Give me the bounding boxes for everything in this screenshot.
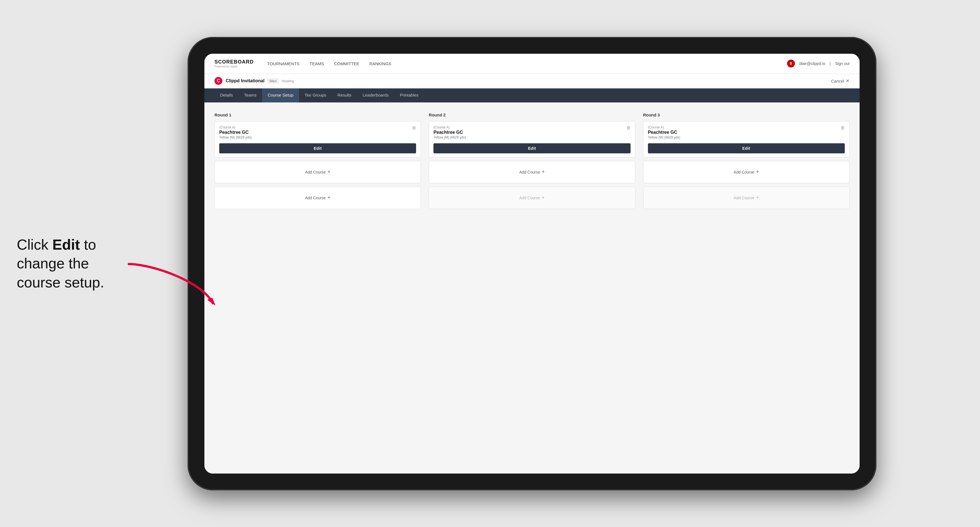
svg-marker-0 <box>207 297 216 305</box>
close-icon: ✕ <box>846 78 850 83</box>
user-avatar: B <box>787 60 795 67</box>
round-3-column: Round 3 🗑 (Course A) Peachtree GC Yellow… <box>643 113 850 213</box>
user-email: blair@clippd.io <box>799 61 825 66</box>
cancel-button[interactable]: Cancel ✕ <box>831 78 850 83</box>
round-2-delete-icon[interactable]: 🗑 <box>625 125 632 131</box>
round-1-add-course-2[interactable]: Add Course + <box>215 187 421 209</box>
tablet-screen: SCOREBOARD Powered by clippd TOURNAMENTS… <box>204 54 860 473</box>
add-icon-1: + <box>327 169 330 175</box>
round-1-course-details: Yellow (M) (6629 yds) <box>219 135 416 140</box>
tablet-device: SCOREBOARD Powered by clippd TOURNAMENTS… <box>188 37 877 490</box>
round-1-delete-icon[interactable]: 🗑 <box>411 125 417 131</box>
round-2-edit-button[interactable]: Edit <box>433 143 630 153</box>
round-3-add-course-text-1: Add Course + <box>733 169 759 175</box>
nav-link-teams[interactable]: TEAMS <box>310 60 324 67</box>
round-3-course-label: (Course A) <box>648 125 845 129</box>
pipe-separator: | <box>830 61 831 66</box>
nav-link-tournaments[interactable]: TOURNAMENTS <box>267 60 300 67</box>
tab-teams[interactable]: Teams <box>239 89 262 102</box>
round-3-course-card: 🗑 (Course A) Peachtree GC Yellow (M) (66… <box>643 121 850 157</box>
round-2-course-name: Peachtree GC <box>433 130 630 135</box>
brand-title: SCOREBOARD <box>215 59 254 65</box>
round-3-delete-icon[interactable]: 🗑 <box>840 125 846 131</box>
round-1-label: Round 1 <box>215 113 421 117</box>
round-2-course-card: 🗑 (Course A) Peachtree GC Yellow (M) (66… <box>429 121 635 157</box>
tab-results[interactable]: Results <box>332 89 357 102</box>
instruction-bold: Edit <box>52 236 80 252</box>
add-icon-3: + <box>542 169 545 175</box>
tournament-name: Clippd Invitational <box>226 78 265 83</box>
rounds-grid: Round 1 🗑 (Course A) Peachtree GC Yellow… <box>215 113 850 213</box>
add-icon-2: + <box>327 195 330 201</box>
round-1-course-card: 🗑 (Course A) Peachtree GC Yellow (M) (66… <box>215 121 421 157</box>
round-1-add-course-1[interactable]: Add Course + <box>215 161 421 183</box>
nav-link-committee[interactable]: COMMITTEE <box>334 60 359 67</box>
tab-bar: Details Teams Course Setup Tee Groups Re… <box>204 89 860 102</box>
round-2-add-course-2: Add Course + <box>429 187 635 209</box>
tournament-logo: C <box>215 77 222 85</box>
round-2-course-details: Yellow (M) (6629 yds) <box>433 135 630 140</box>
round-3-course-name: Peachtree GC <box>648 130 845 135</box>
round-2-add-course-text-2: Add Course + <box>519 195 545 201</box>
round-3-label: Round 3 <box>643 113 850 117</box>
sign-out-link[interactable]: Sign out <box>835 61 850 66</box>
tab-tee-groups[interactable]: Tee Groups <box>299 89 332 102</box>
round-3-add-course-1[interactable]: Add Course + <box>643 161 850 183</box>
brand: SCOREBOARD Powered by clippd <box>215 59 254 68</box>
round-1-add-course-text-2: Add Course + <box>305 195 330 201</box>
tab-course-setup[interactable]: Course Setup <box>262 89 299 102</box>
round-2-course-label: (Course A) <box>433 125 630 129</box>
round-2-column: Round 2 🗑 (Course A) Peachtree GC Yellow… <box>429 113 635 213</box>
round-2-label: Round 2 <box>429 113 635 117</box>
main-content: Round 1 🗑 (Course A) Peachtree GC Yellow… <box>204 102 860 473</box>
nav-links: TOURNAMENTS TEAMS COMMITTEE RANKINGS <box>267 60 787 67</box>
hosting-label: Hosting <box>282 79 294 83</box>
nav-link-rankings[interactable]: RANKINGS <box>369 60 391 67</box>
round-3-edit-button[interactable]: Edit <box>648 143 845 153</box>
nav-right: B blair@clippd.io | Sign out <box>787 60 850 67</box>
round-2-add-course-1[interactable]: Add Course + <box>429 161 635 183</box>
round-1-column: Round 1 🗑 (Course A) Peachtree GC Yellow… <box>215 113 421 213</box>
round-1-course-label: (Course A) <box>219 125 416 129</box>
round-2-add-course-text-1: Add Course + <box>519 169 545 175</box>
tab-printables[interactable]: Printables <box>394 89 424 102</box>
instruction-text: Click Edit tochange thecourse setup. <box>17 235 104 292</box>
add-icon-6: + <box>756 195 759 201</box>
round-3-add-course-2: Add Course + <box>643 187 850 209</box>
gender-badge: Men <box>267 78 279 84</box>
tab-details[interactable]: Details <box>215 89 239 102</box>
top-navbar: SCOREBOARD Powered by clippd TOURNAMENTS… <box>204 54 860 74</box>
tab-leaderboards[interactable]: Leaderboards <box>357 89 394 102</box>
round-1-edit-button[interactable]: Edit <box>219 143 416 153</box>
sub-header: C Clippd Invitational Men Hosting Cancel… <box>204 74 860 89</box>
round-3-course-details: Yellow (M) (6629 yds) <box>648 135 845 140</box>
logo-letter: C <box>217 78 220 83</box>
arrow-indicator <box>123 258 218 310</box>
add-icon-5: + <box>756 169 759 175</box>
add-icon-4: + <box>542 195 545 201</box>
brand-sub: Powered by clippd <box>215 65 254 68</box>
round-1-add-course-text-1: Add Course + <box>305 169 330 175</box>
round-3-add-course-text-2: Add Course + <box>733 195 759 201</box>
round-1-course-name: Peachtree GC <box>219 130 416 135</box>
